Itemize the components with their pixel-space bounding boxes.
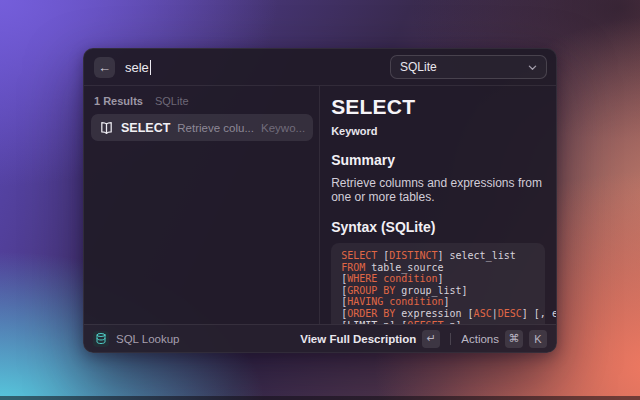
detail-type-badge: Keyword	[331, 125, 545, 137]
detail-title: SELECT	[331, 95, 545, 119]
return-key-icon: ↵	[422, 330, 440, 348]
search-input[interactable]: sele	[125, 60, 390, 75]
desktop-wallpaper: { "colors": { "keyword_accent": "#e06745…	[0, 0, 640, 400]
list-item-title: SELECT	[121, 121, 170, 135]
list-item-select[interactable]: SELECT Retrieve colu... Keywo...	[91, 114, 313, 141]
results-header: 1 Results SQLite	[91, 92, 313, 114]
k-key-icon: K	[529, 330, 547, 348]
results-scope: SQLite	[155, 95, 189, 107]
sql-lookup-window: ← sele SQLite 1 Results SQLite	[83, 48, 557, 353]
command-key-icon: ⌘	[505, 330, 523, 348]
arrow-left-icon: ←	[98, 61, 111, 74]
actions-label: Actions	[461, 333, 499, 345]
chevron-down-icon	[528, 63, 537, 72]
view-full-description-button[interactable]: View Full Description ↵	[300, 330, 440, 348]
footer-divider	[450, 333, 451, 345]
window-body: 1 Results SQLite SELECT Retrieve colu...…	[84, 86, 556, 324]
results-count: 1 Results	[94, 95, 143, 107]
syntax-code-block: SELECT [DISTINCT] select_listFROM table_…	[331, 243, 545, 324]
back-button[interactable]: ←	[94, 57, 115, 78]
results-sidebar[interactable]: 1 Results SQLite SELECT Retrieve colu...…	[84, 86, 320, 324]
app-name: SQL Lookup	[116, 333, 180, 345]
syntax-heading: Syntax (SQLite)	[331, 219, 545, 235]
open-book-icon	[99, 120, 114, 135]
list-item-subtitle: Retrieve colu...	[177, 122, 254, 134]
footer-bar: SQL Lookup View Full Description ↵ Actio…	[84, 324, 556, 352]
detail-pane[interactable]: SELECT Keyword Summary Retrieve columns …	[320, 86, 556, 324]
scope-dropdown-value: SQLite	[400, 60, 437, 74]
actions-button[interactable]: Actions ⌘ K	[461, 330, 547, 348]
list-item-accessory: Keywo...	[261, 122, 305, 134]
summary-heading: Summary	[331, 152, 545, 168]
view-full-description-label: View Full Description	[300, 333, 416, 345]
search-query-text: sele	[125, 60, 149, 75]
scope-dropdown[interactable]: SQLite	[390, 55, 547, 79]
database-icon	[93, 331, 109, 347]
search-bar: ← sele SQLite	[84, 49, 556, 86]
text-caret	[150, 60, 152, 75]
summary-body: Retrieve columns and expressions from on…	[331, 176, 545, 204]
